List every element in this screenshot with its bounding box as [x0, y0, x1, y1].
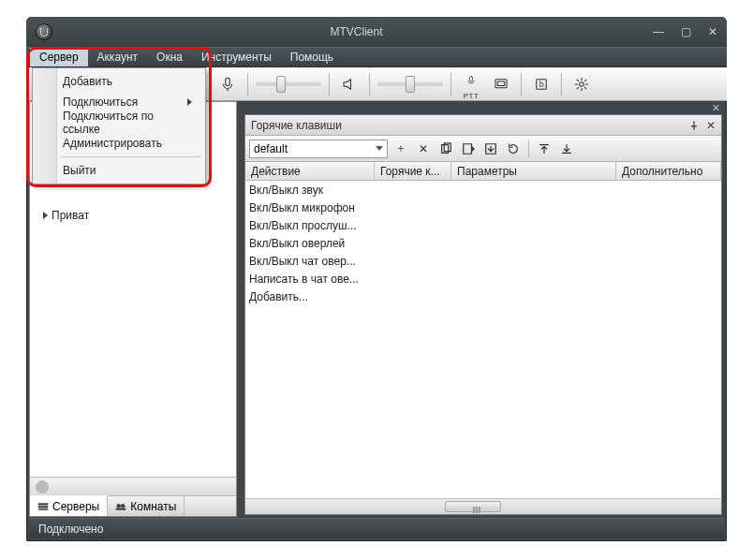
window-title: MTVClient [331, 25, 383, 38]
submenu-arrow-icon [187, 98, 192, 106]
menu-item-connect-link[interactable]: Подключиться по ссылке [33, 112, 205, 133]
tab-rooms[interactable]: Комнаты [108, 496, 185, 516]
add-profile-button[interactable]: ＋ [391, 140, 410, 158]
left-tabs: Серверы Комнаты [30, 495, 236, 516]
overlay-button[interactable] [489, 72, 513, 96]
grid-row[interactable]: Вкл/Выкл микрофон [245, 199, 721, 216]
avatar-icon [36, 480, 49, 494]
reset-button[interactable] [504, 140, 523, 158]
svg-rect-1 [470, 76, 473, 81]
svg-rect-0 [226, 78, 230, 85]
grid-row[interactable]: Вкл/Выкл оверлей [245, 234, 721, 252]
svg-rect-15 [464, 143, 472, 154]
tab-servers[interactable]: Серверы [30, 495, 108, 516]
expand-icon [43, 212, 48, 219]
hotkeys-title: Горячие клавиши [251, 119, 342, 132]
import-button[interactable] [481, 140, 500, 158]
grid-row[interactable]: Написать в чат ове... [245, 270, 721, 287]
svg-rect-9 [38, 508, 49, 510]
hotkeys-pane: Горячие клавиши ✕ default ＋ ✕ [244, 114, 722, 515]
grid-row[interactable]: Вкл/Выкл прослуш... [245, 216, 721, 234]
horizontal-scrollbar[interactable] [245, 498, 721, 514]
hotkeys-toolbar: default ＋ ✕ [245, 136, 721, 162]
menu-item-exit[interactable]: Выйти [33, 160, 205, 181]
grid-body[interactable]: Вкл/Выкл звук Вкл/Выкл микрофон Вкл/Выкл… [245, 181, 721, 498]
copy-profile-button[interactable] [436, 140, 455, 158]
close-tab-icon[interactable]: ✕ [712, 102, 720, 114]
ptt-button[interactable]: PTT [459, 72, 483, 96]
menu-item-admin[interactable]: Администрировать [33, 133, 205, 154]
profile-select[interactable]: default [249, 140, 388, 158]
col-extra[interactable]: Дополнительно [616, 162, 721, 180]
download-button[interactable] [557, 140, 576, 158]
titlebar[interactable]: MTVClient — ▢ ✕ [26, 17, 727, 47]
menu-separator [61, 156, 201, 157]
mic-volume-slider[interactable] [256, 82, 321, 86]
hotkeys-titlebar[interactable]: Горячие клавиши ✕ [245, 115, 721, 136]
menubar: Сервер Аккаунт Окна Инструменты Помощь [26, 47, 727, 67]
svg-text:b: b [539, 80, 544, 89]
col-hotkey[interactable]: Горячие к... [375, 162, 451, 180]
chevron-down-icon [376, 146, 383, 151]
minimize-button[interactable]: — [653, 25, 664, 38]
settings-button[interactable] [569, 72, 594, 96]
menu-server[interactable]: Сервер [30, 48, 88, 66]
statusbar: Подключено [29, 518, 724, 538]
svg-point-6 [580, 82, 584, 87]
hotkeys-grid: Действие Горячие к... Параметры Дополнит… [245, 162, 721, 498]
svg-rect-12 [116, 508, 126, 509]
col-params[interactable]: Параметры [451, 162, 616, 180]
mic-icon[interactable] [215, 72, 240, 96]
svg-rect-8 [38, 506, 49, 508]
export-button[interactable] [459, 140, 478, 158]
status-text: Подключено [38, 523, 103, 536]
hotkeys-close-icon[interactable]: ✕ [706, 119, 716, 132]
speaker-volume-slider[interactable] [377, 82, 443, 86]
grid-header[interactable]: Действие Горячие к... Параметры Дополнит… [245, 162, 721, 181]
privat-row[interactable]: Приват [37, 207, 244, 224]
right-panel: ✕ Горячие клавиши ✕ default ＋ [243, 101, 724, 517]
grid-row[interactable]: Добавить... [245, 287, 721, 305]
box-b-button[interactable]: b [529, 72, 554, 96]
col-action[interactable]: Действие [245, 162, 375, 180]
app-icon [36, 23, 52, 40]
delete-profile-button[interactable]: ✕ [414, 140, 433, 158]
svg-rect-7 [38, 503, 49, 505]
svg-point-10 [117, 504, 122, 508]
upload-button[interactable] [535, 140, 554, 158]
menu-tools[interactable]: Инструменты [192, 48, 281, 66]
menu-account[interactable]: Аккаунт [88, 48, 147, 66]
menu-help[interactable]: Помощь [281, 48, 343, 66]
svg-point-11 [121, 504, 126, 508]
pin-icon[interactable] [689, 121, 699, 130]
menu-windows[interactable]: Окна [147, 48, 192, 66]
svg-rect-3 [497, 81, 505, 86]
server-dropdown: Добавить Подключиться Подключиться по сс… [32, 67, 206, 184]
grid-row[interactable]: Вкл/Выкл звук [245, 181, 721, 199]
maximize-button[interactable]: ▢ [681, 25, 691, 38]
menu-item-add[interactable]: Добавить [33, 71, 205, 92]
user-status-bar[interactable] [30, 477, 236, 495]
grid-row[interactable]: Вкл/Выкл чат овер... [245, 252, 721, 270]
speaker-icon[interactable] [337, 72, 362, 96]
close-button[interactable]: ✕ [708, 25, 717, 38]
